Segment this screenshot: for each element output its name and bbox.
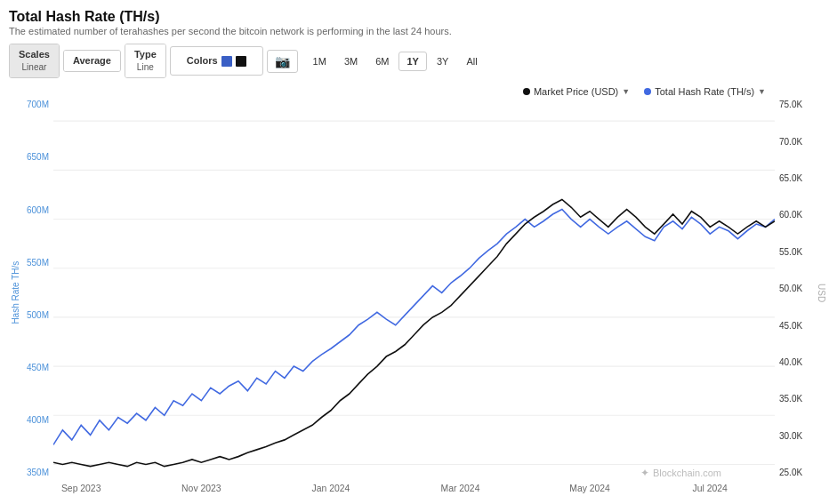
chart-inner: Market Price (USD) ▼ Total Hash Rate (TH…: [53, 82, 775, 504]
time-btn-all[interactable]: All: [458, 52, 485, 71]
scales-button[interactable]: Scales Linear: [10, 44, 59, 77]
toolbar: Scales Linear Average Type Line Colors 📷: [9, 44, 828, 78]
svg-text:May 2024: May 2024: [569, 483, 610, 493]
time-btn-3m[interactable]: 3M: [336, 52, 366, 71]
chart-area: Hash Rate TH/s 700M 650M 600M 550M 500M …: [9, 82, 828, 504]
legend-dot-market-price: [523, 88, 530, 95]
subtitle: The estimated number of terahashes per s…: [9, 26, 828, 36]
scales-group: Scales Linear: [9, 44, 60, 78]
watermark: ✦ Blockchain.com: [640, 467, 721, 479]
time-range-group: 1M 3M 6M 1Y 3Y All: [305, 52, 486, 71]
camera-button[interactable]: 📷: [267, 50, 298, 73]
svg-text:Jan 2024: Jan 2024: [312, 483, 350, 493]
page-title: Total Hash Rate (TH/s): [9, 9, 828, 25]
title-section: Total Hash Rate (TH/s) The estimated num…: [9, 9, 828, 36]
legend-dot-hash-rate: [644, 88, 651, 95]
svg-text:Jul 2024: Jul 2024: [693, 483, 728, 493]
type-group: Type Line: [125, 44, 166, 78]
colors-group: Colors: [170, 46, 263, 76]
left-axis-container: Hash Rate TH/s 700M 650M 600M 550M 500M …: [9, 82, 53, 504]
time-btn-6m[interactable]: 6M: [367, 52, 397, 71]
time-btn-3y[interactable]: 3Y: [429, 52, 456, 71]
y-axis-left: 700M 650M 600M 550M 500M 450M 400M 350M: [22, 82, 53, 504]
type-button[interactable]: Type Line: [125, 44, 165, 77]
svg-text:Mar 2024: Mar 2024: [441, 483, 480, 493]
average-group: Average: [63, 50, 121, 72]
legend-hash-rate: Total Hash Rate (TH/s) ▼: [644, 86, 766, 97]
legend: Market Price (USD) ▼ Total Hash Rate (TH…: [523, 86, 766, 97]
average-button[interactable]: Average: [64, 51, 120, 71]
y-axis-right-label: USD: [815, 82, 828, 504]
time-btn-1y[interactable]: 1Y: [398, 52, 426, 71]
color-swatch-blue: [221, 56, 232, 67]
colors-button[interactable]: Colors: [178, 51, 255, 71]
main-chart-svg: Sep 2023 Nov 2023 Jan 2024 Mar 2024 May …: [53, 82, 775, 504]
y-axis-right: 75.0K 70.0K 65.0K 60.0K 55.0K 50.0K 45.0…: [775, 82, 815, 504]
page-wrapper: Total Hash Rate (TH/s) The estimated num…: [0, 0, 837, 504]
legend-market-price: Market Price (USD) ▼: [523, 86, 630, 97]
time-btn-1m[interactable]: 1M: [305, 52, 334, 71]
svg-text:Sep 2023: Sep 2023: [61, 483, 101, 493]
svg-text:Nov 2023: Nov 2023: [181, 483, 221, 493]
right-axis-container: 75.0K 70.0K 65.0K 60.0K 55.0K 50.0K 45.0…: [775, 82, 828, 504]
color-swatch-black: [236, 56, 246, 67]
y-axis-left-label: Hash Rate TH/s: [9, 82, 22, 504]
